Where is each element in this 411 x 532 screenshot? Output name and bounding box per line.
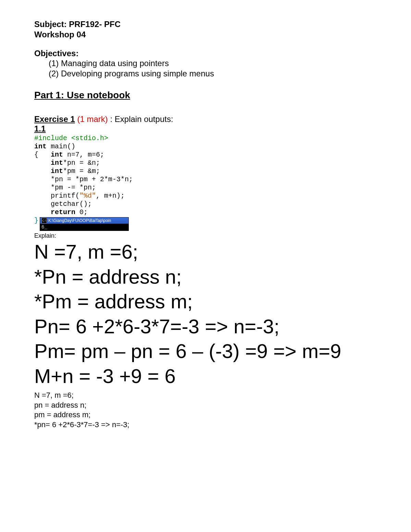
explain-small: N =7, m =6; pn = address n; pm = address… [34, 391, 377, 430]
exercise-label: Exercise 1 [34, 114, 75, 124]
explain-big-line: Pn= 6 +2*6-3*7=-3 => n=-3; [34, 314, 377, 339]
code-text: { [34, 151, 51, 159]
code-brace: } [34, 216, 38, 224]
code-string: "%d" [79, 192, 96, 200]
code-text: n=7, m=6; [63, 151, 104, 159]
explain-small-line: pm = address m; [34, 410, 377, 420]
workshop-line: Workshop 04 [34, 29, 377, 40]
code-kw: int [51, 159, 63, 167]
console-title-text: K:\GiangDay\FU\OOP\BaiTap\poin [48, 218, 111, 223]
code-kw: int [34, 143, 47, 150]
explain-label: Explain: [34, 232, 377, 239]
code-text [34, 208, 51, 216]
explain-big-line: M+n = -3 +9 = 6 [34, 364, 377, 389]
objectives-title: Objectives: [34, 49, 377, 58]
objective-item: (1) Managing data using pointers [34, 58, 377, 69]
explain-small-line: *pn= 6 +2*6-3*7=-3 => n=-3; [34, 420, 377, 430]
console-window: C:\ K:\GiangDay\FU\OOP\BaiTap\poin 6_ [40, 217, 377, 231]
code-text: *pm -= *pn; [34, 184, 96, 191]
objective-item: (2) Developing programs using simple men… [34, 69, 377, 79]
document-page: Subject: PRF192- PFC Workshop 04 Objecti… [0, 0, 411, 532]
explain-small-line: N =7, m =6; [34, 391, 377, 400]
console-output: 6_ [40, 224, 129, 231]
console-titlebar: C:\ K:\GiangDay\FU\OOP\BaiTap\poin [40, 217, 129, 224]
explain-big-line: Pm= pm – pn = 6 – (-3) =9 => m=9 [34, 339, 377, 364]
explain-big: N =7, m =6; *Pn = address n; *Pm = addre… [34, 239, 377, 388]
code-kw: int [51, 151, 63, 159]
explain-small-line: pn = address n; [34, 400, 377, 410]
explain-big-line: N =7, m =6; [34, 239, 377, 264]
exercise1-sub: 1.1 [34, 124, 377, 134]
code-block: #include <stdio.h> int main() { int n=7,… [34, 134, 377, 225]
code-text: printf( [34, 192, 79, 200]
code-kw: return [51, 208, 75, 216]
exercise-tail: : Explain outputs: [108, 114, 173, 124]
subject-line: Subject: PRF192- PFC [34, 19, 377, 29]
explain-big-line: *Pn = address n; [34, 264, 377, 289]
exercise-mark: (1 mark) [75, 114, 108, 124]
code-include: #include <stdio.h> [34, 134, 108, 142]
code-text: 0; [75, 208, 88, 216]
exercise1-heading: Exercise 1 (1 mark) : Explain outputs: [34, 114, 377, 124]
explain-big-line: *Pm = address m; [34, 289, 377, 314]
cmd-icon: C:\ [41, 218, 47, 223]
code-text: *pn = &n; [63, 159, 100, 167]
code-text: main() [47, 143, 75, 150]
code-text: *pn = *pm + 2*m-3*n; [34, 175, 133, 183]
code-text: , m+n); [96, 192, 125, 200]
part1-title: Part 1: Use notebook [34, 90, 377, 101]
code-kw: int [51, 167, 63, 175]
code-text [34, 167, 51, 175]
code-text [34, 159, 51, 167]
code-text: getchar(); [34, 200, 92, 208]
code-text: *pm = &m; [63, 167, 100, 175]
